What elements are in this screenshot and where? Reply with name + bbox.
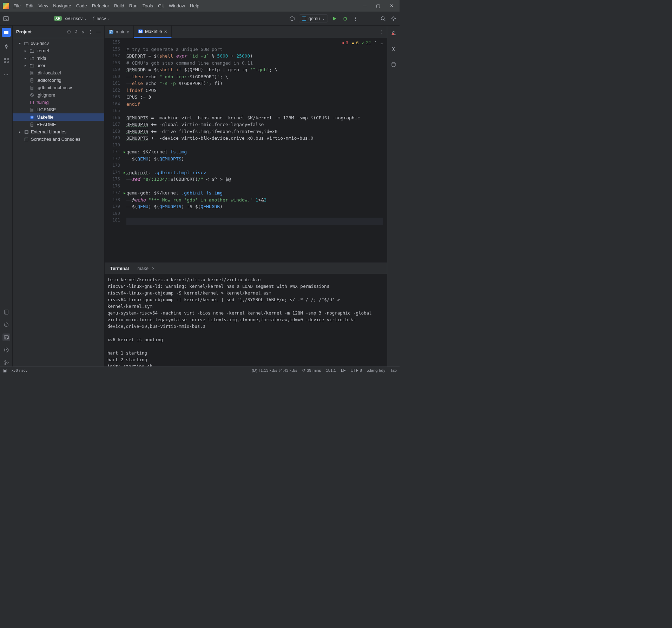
editor-content[interactable]: ● 3 ▲ 6 ✓ 22 ⌃ ⌄ 15515615715815916016116… <box>105 38 387 263</box>
chevron-down-icon: ⌄ <box>107 16 110 20</box>
menu-navigate[interactable]: Navigate <box>53 3 71 8</box>
branch-crumb[interactable]: ᚶ riscv ⌄ <box>92 16 110 21</box>
project-tool-button[interactable] <box>2 28 11 37</box>
search-icon[interactable] <box>379 15 387 22</box>
status-network[interactable]: (D) ↑1.13 kB/s ↓4.43 kB/s <box>252 368 297 372</box>
editor-gutter[interactable]: 1551561571581591601611621631641651661671… <box>105 38 126 263</box>
tree-item--dir-locals-el[interactable]: .dir-locals.el <box>13 69 104 77</box>
status-project[interactable]: xv6-riscv <box>12 368 27 372</box>
error-count: ● 3 <box>342 40 348 45</box>
project-crumb[interactable]: xv6-riscv ⌄ <box>65 16 87 21</box>
menu-tools[interactable]: Tools <box>143 3 153 8</box>
tree-item-license[interactable]: LICENSE <box>13 106 104 113</box>
more-tools-icon[interactable]: ⋯ <box>2 70 11 79</box>
terminal-tab-local[interactable]: Terminal <box>107 264 132 273</box>
maximize-button[interactable]: ▢ <box>376 4 381 8</box>
svg-point-4 <box>5 45 7 47</box>
tree-item-makefile[interactable]: MMakefile <box>13 113 104 121</box>
tree-item-external-libraries[interactable]: ▸External Libraries <box>13 128 104 135</box>
code-editor[interactable]: # try to generate a unique GDB portGDBPO… <box>126 38 383 263</box>
weak-warning-count: ✓ 22 <box>361 40 371 45</box>
menu-help[interactable]: Help <box>190 3 199 8</box>
tree-item-user[interactable]: ▸user <box>13 62 104 69</box>
editor-area: © main.cM Makefile × ⋮ ● 3 ▲ 6 ✓ 22 ⌃ ⌄ … <box>105 26 387 366</box>
svg-point-1 <box>344 18 347 20</box>
svg-rect-0 <box>4 16 8 21</box>
terminal-output[interactable]: le.o kernel/kernelvec.o kernel/plic.o ke… <box>105 274 387 366</box>
vcs-tool-button[interactable] <box>2 359 10 366</box>
right-tool-rail <box>387 26 400 366</box>
inspection-down-icon[interactable]: ⌄ <box>380 40 383 45</box>
menu-git[interactable]: Git <box>158 3 164 8</box>
run-button[interactable] <box>331 15 338 22</box>
menu-code[interactable]: Code <box>76 3 87 8</box>
select-opened-file-icon[interactable]: ⊕ <box>67 29 71 35</box>
run-config-selector[interactable]: qemu ⌄ <box>299 14 328 22</box>
tree-item-mkfs[interactable]: ▸mkfs <box>13 54 104 62</box>
sidebar-title: Project <box>16 29 32 34</box>
menu-refactor[interactable]: Refactor <box>92 3 109 8</box>
menu-build[interactable]: Build <box>114 3 124 8</box>
app-icon <box>3 3 9 9</box>
inspections-widget[interactable]: ● 3 ▲ 6 ✓ 22 ⌃ ⌄ <box>342 40 383 45</box>
collapse-all-icon[interactable]: ⨉ <box>82 29 85 35</box>
status-indent[interactable]: Tab <box>390 368 397 372</box>
svg-rect-8 <box>7 61 8 62</box>
sidebar-options-icon[interactable]: ⋮ <box>88 29 93 35</box>
menu-view[interactable]: View <box>38 3 48 8</box>
status-linter[interactable]: .clang-tidy <box>367 368 385 372</box>
status-caret-pos[interactable]: 181:1 <box>326 368 336 372</box>
editor-tab-makefile[interactable]: M Makefile × <box>134 26 172 38</box>
notifications-icon[interactable] <box>389 29 398 38</box>
inspection-up-icon[interactable]: ⌃ <box>374 40 377 45</box>
services-tool-button[interactable] <box>2 321 10 329</box>
terminal-toolwindow-icon[interactable] <box>2 15 10 22</box>
svg-rect-7 <box>4 61 6 62</box>
status-time[interactable]: ⟳ 39 mins <box>302 368 321 373</box>
tree-item-kernel[interactable]: ▸kernel <box>13 47 104 54</box>
structure-tool-button[interactable] <box>2 56 11 65</box>
svg-point-12 <box>5 363 6 365</box>
project-badge: XR <box>54 16 62 21</box>
tree-item-fs-img[interactable]: fs.img <box>13 99 104 106</box>
build-icon[interactable] <box>288 15 296 22</box>
editor-tab-main-c[interactable]: © main.c <box>105 26 134 38</box>
menu-window[interactable]: Window <box>169 3 185 8</box>
more-actions-icon[interactable]: ⋮ <box>352 15 360 22</box>
minimize-button[interactable]: ─ <box>362 4 367 8</box>
problems-tool-button[interactable] <box>2 346 10 354</box>
tab-options-icon[interactable]: ⋮ <box>380 29 384 34</box>
close-tab-icon[interactable]: × <box>152 266 155 271</box>
chevron-down-icon: ⌄ <box>84 16 87 20</box>
status-encoding[interactable]: UTF-8 <box>350 368 362 372</box>
close-button[interactable]: ✕ <box>389 4 394 8</box>
tree-item-readme[interactable]: README <box>13 121 104 128</box>
config-type-icon <box>302 16 306 21</box>
terminal-panel: Terminal make × le.o kernel/kernelvec.o … <box>105 263 387 366</box>
todo-tool-button[interactable] <box>2 308 10 316</box>
ai-assistant-icon[interactable] <box>389 45 398 54</box>
expand-all-icon[interactable]: ⇕ <box>74 29 78 35</box>
tree-item--gitignore[interactable]: .gitignore <box>13 91 104 99</box>
status-line-sep[interactable]: LF <box>341 368 345 372</box>
project-tree[interactable]: ▾xv6-riscv▸kernel▸mkfs▸user.dir-locals.e… <box>13 38 104 144</box>
commit-tool-button[interactable] <box>2 42 11 51</box>
tree-item-xv6-riscv[interactable]: ▾xv6-riscv <box>13 40 104 47</box>
menu-edit[interactable]: Edit <box>26 3 33 8</box>
hide-sidebar-icon[interactable]: — <box>96 29 101 35</box>
terminal-tool-button[interactable] <box>2 333 10 341</box>
debug-button[interactable] <box>341 15 349 22</box>
editor-minimap[interactable] <box>383 38 387 263</box>
settings-icon[interactable] <box>390 15 397 22</box>
database-icon[interactable] <box>389 60 398 69</box>
tree-item-scratches-and-consoles[interactable]: Scratches and Consoles <box>13 135 104 143</box>
terminal-tab-make[interactable]: make × <box>134 264 157 273</box>
menu-run[interactable]: Run <box>129 3 138 8</box>
tree-item--gdbinit-tmpl-riscv[interactable]: .gdbinit.tmpl-riscv <box>13 84 104 91</box>
close-tab-icon[interactable]: × <box>164 29 167 34</box>
svg-rect-15 <box>31 101 34 104</box>
menu-file[interactable]: File <box>13 3 21 8</box>
tree-item--editorconfig[interactable]: .editorconfig <box>13 77 104 84</box>
status-terminal-icon[interactable]: ▣ <box>3 368 7 373</box>
window-controls: ─ ▢ ✕ <box>362 4 397 8</box>
